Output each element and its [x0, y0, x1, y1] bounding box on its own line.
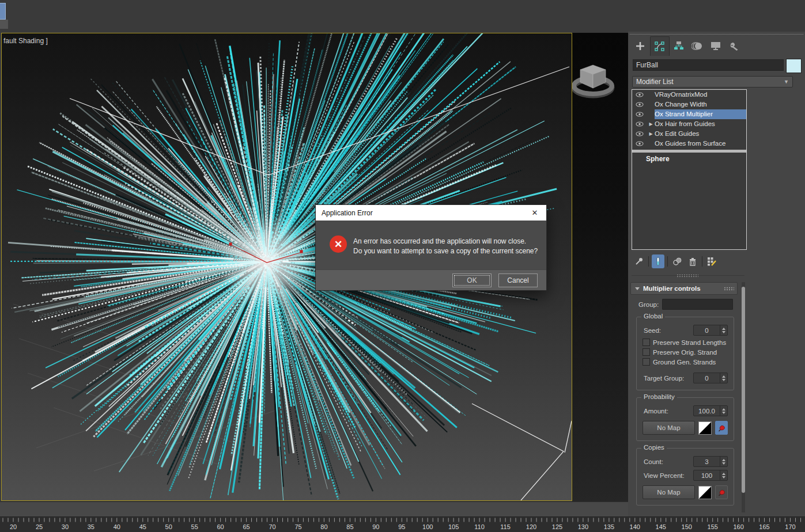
- ground-gen-strands-row[interactable]: Ground Gen. Strands: [643, 358, 730, 366]
- top-toolbar-band: [0, 0, 805, 33]
- scrollbar-thumb[interactable]: [742, 287, 745, 493]
- timeline-ruler[interactable]: 2025303540455055606570758085909510010511…: [0, 516, 805, 532]
- object-name-input[interactable]: [633, 59, 784, 71]
- visibility-eye-icon[interactable]: [632, 139, 647, 149]
- amount-spinner[interactable]: 100.0: [693, 405, 728, 416]
- modifier-row[interactable]: Ox Strand Multiplier: [632, 109, 746, 119]
- svg-text:115: 115: [500, 523, 511, 530]
- probability-groupbox-title: Probability: [641, 393, 677, 400]
- modifier-row[interactable]: Ox Change Width: [632, 100, 746, 109]
- checkbox-unchecked[interactable]: [643, 358, 650, 366]
- modifier-row[interactable]: ▶Ox Edit Guides: [632, 129, 746, 139]
- object-color-swatch[interactable]: [786, 59, 802, 73]
- track-bar[interactable]: [0, 501, 628, 517]
- copies-no-map-button[interactable]: No Map: [643, 485, 695, 499]
- checkbox-label: Preserve Strand Lengths: [653, 339, 726, 346]
- svg-text:120: 120: [526, 523, 536, 530]
- rollout-area-divider[interactable]: [632, 275, 744, 276]
- group-input[interactable]: [662, 299, 733, 310]
- modifier-stack-toolbar: [633, 253, 746, 269]
- svg-text:30: 30: [62, 523, 69, 530]
- expand-arrow-icon[interactable]: ▶: [647, 121, 655, 127]
- svg-text:20: 20: [10, 523, 17, 530]
- svg-text:160: 160: [733, 523, 743, 530]
- view-percent-spinner[interactable]: 100: [693, 470, 728, 481]
- make-unique-button[interactable]: [671, 254, 683, 268]
- modifier-list-dropdown[interactable]: Modifier List ▼: [632, 76, 793, 88]
- visibility-eye-icon[interactable]: [632, 100, 647, 109]
- hierarchy-icon: [674, 41, 684, 51]
- count-label: Count:: [644, 458, 663, 465]
- trash-icon: [689, 257, 697, 266]
- modifier-row[interactable]: VRayOrnatrixMod: [632, 90, 746, 100]
- checkbox-unchecked[interactable]: [643, 348, 650, 356]
- spinner-arrows-icon[interactable]: [720, 406, 727, 416]
- toolbar-button-fragment[interactable]: [0, 3, 6, 20]
- tab-modify[interactable]: [650, 36, 670, 56]
- viewcube[interactable]: [572, 50, 618, 108]
- configure-sets-icon: [707, 257, 717, 266]
- close-icon[interactable]: ✕: [529, 208, 541, 217]
- show-end-result-button[interactable]: [652, 254, 664, 268]
- tab-create[interactable]: [632, 36, 650, 55]
- remove-modifier-button[interactable]: [686, 254, 699, 268]
- dialog-titlebar[interactable]: Application Error ✕: [316, 205, 546, 221]
- multiplier-controls-rollout: Group: Global Seed: 0 Preserve Strand Le…: [630, 295, 736, 506]
- visibility-eye-icon[interactable]: [632, 119, 647, 129]
- no-map-label: No Map: [657, 489, 680, 496]
- modifier-row[interactable]: Ox Guides from Surface: [632, 139, 746, 149]
- utilities-wrench-icon: [729, 41, 739, 51]
- map-swatch-icon[interactable]: [698, 421, 712, 435]
- visibility-eye-icon[interactable]: [632, 129, 647, 139]
- motion-icon: [691, 41, 703, 51]
- svg-text:110: 110: [474, 523, 485, 530]
- target-group-spinner[interactable]: 0: [693, 373, 728, 383]
- base-object-name: Sphere: [646, 155, 670, 163]
- spinner-arrows-icon[interactable]: [720, 373, 727, 383]
- count-spinner[interactable]: 3: [693, 456, 728, 467]
- message-line-1: An error has occurred and the applicatio…: [353, 237, 538, 246]
- visibility-eye-icon[interactable]: [632, 90, 647, 100]
- configure-modifier-sets-button[interactable]: [705, 254, 718, 268]
- test-tube-icon: [654, 257, 662, 266]
- modifier-row[interactable]: ▶Ox Hair from Guides: [632, 119, 746, 129]
- tab-utilities[interactable]: [725, 36, 743, 55]
- svg-text:140: 140: [630, 523, 640, 530]
- spinner-arrows-icon[interactable]: [720, 325, 727, 335]
- pin-stack-button[interactable]: [633, 254, 645, 268]
- map-swatch-icon[interactable]: [698, 486, 712, 499]
- viewport-side-strip: [572, 33, 628, 501]
- modifier-stack[interactable]: VRayOrnatrixModOx Change WidthOx Strand …: [632, 89, 747, 250]
- base-object-row[interactable]: Sphere: [632, 154, 746, 164]
- viewport-shading-label[interactable]: fault Shading ]: [3, 37, 48, 45]
- probability-no-map-button[interactable]: No Map: [643, 421, 695, 435]
- tab-display[interactable]: [706, 36, 725, 55]
- cancel-button[interactable]: Cancel: [498, 273, 538, 287]
- map-enable-toggle[interactable]: [715, 421, 728, 435]
- preserve-strand-lengths-row[interactable]: Preserve Strand Lengths: [643, 339, 730, 346]
- hair-center-glow: [218, 212, 316, 310]
- visibility-eye-icon[interactable]: [632, 109, 647, 119]
- chevron-down-icon: ▼: [784, 79, 789, 85]
- modify-icon: [655, 41, 665, 52]
- modifier-name: Ox Guides from Surface: [655, 139, 746, 149]
- expand-arrow-icon[interactable]: ▶: [647, 131, 655, 136]
- toolbar-tab-fragment: [0, 20, 8, 29]
- checkbox-label: Ground Gen. Strands: [653, 359, 716, 366]
- copies-groupbox: Copies Count: 3 View Percent: 100: [636, 448, 734, 506]
- spinner-arrows-icon[interactable]: [720, 457, 727, 466]
- preserve-orig-strand-row[interactable]: Preserve Orig. Strand: [643, 348, 730, 356]
- panel-drag-handle[interactable]: [630, 34, 803, 35]
- map-enable-toggle[interactable]: [715, 485, 728, 499]
- ok-button[interactable]: OK: [452, 273, 492, 287]
- seed-spinner[interactable]: 0: [693, 325, 728, 336]
- svg-text:145: 145: [656, 523, 666, 530]
- svg-text:50: 50: [165, 523, 172, 530]
- application-error-dialog: Application Error ✕ ✕ An error has occur…: [315, 204, 547, 291]
- panel-scrollbar[interactable]: [742, 282, 745, 512]
- checkbox-unchecked[interactable]: [643, 339, 650, 346]
- rollout-header-multiplier-controls[interactable]: Multiplier controls: [630, 282, 738, 295]
- tab-motion[interactable]: [688, 36, 706, 55]
- tab-hierarchy[interactable]: [670, 36, 688, 55]
- spinner-arrows-icon[interactable]: [720, 470, 727, 480]
